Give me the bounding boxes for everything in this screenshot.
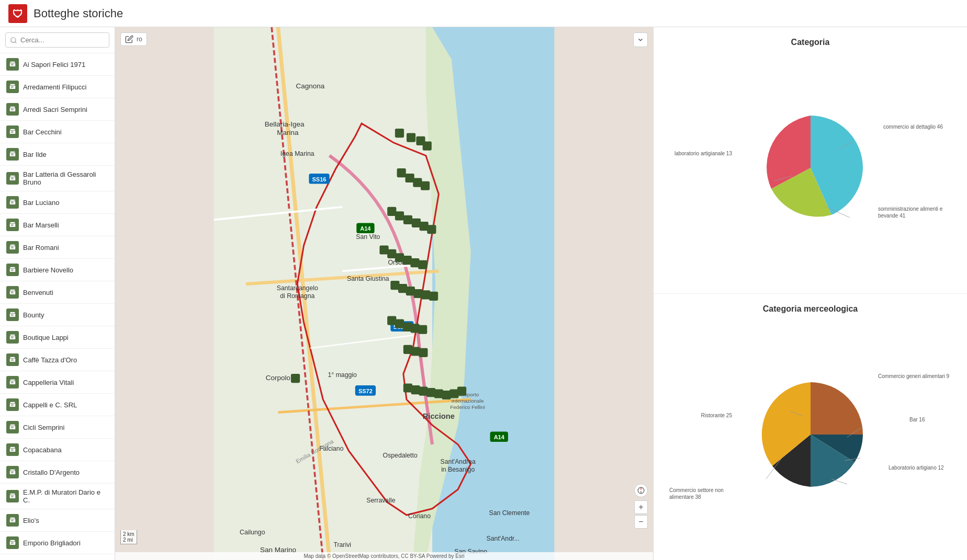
- list-item[interactable]: Bar Cecchini: [0, 121, 115, 143]
- svg-text:Bellaria-Igea: Bellaria-Igea: [265, 120, 305, 128]
- categoria-chart-title: Categoria: [664, 38, 957, 47]
- svg-rect-89: [434, 389, 443, 398]
- shop-icon: [6, 536, 19, 549]
- shop-label: Barbiere Novello: [23, 266, 73, 274]
- list-item[interactable]: Caffè Tazza d'Oro: [0, 349, 115, 371]
- categoria-chart-section: Categoria laboratorio artigianale 13 com…: [654, 27, 967, 294]
- list-item[interactable]: Barbiere Novello: [0, 259, 115, 281]
- list-item[interactable]: Bounty: [0, 304, 115, 326]
- list-item[interactable]: Bar Luciano: [0, 191, 115, 214]
- compass-button[interactable]: [634, 484, 648, 497]
- list-item[interactable]: Bar Latteria di Gessaroli Bruno: [0, 166, 115, 191]
- list-item[interactable]: Bar Marselli: [0, 214, 115, 236]
- shop-list: Ai Sapori Felici 1971Arredamenti Filipuc…: [0, 53, 115, 560]
- svg-line-102: [831, 479, 847, 484]
- svg-rect-79: [410, 324, 419, 333]
- list-item[interactable]: Arredi Sacri Semprini: [0, 98, 115, 121]
- zoom-in-button[interactable]: +: [634, 500, 648, 514]
- merceologica-pie-wrapper: Ristorante 25 Commercio generi alimentar…: [664, 361, 957, 508]
- list-item[interactable]: E.M.P. di Muratori Dario e C.: [0, 484, 115, 509]
- list-item[interactable]: Cristallo D'Argento: [0, 461, 115, 484]
- shop-icon: [6, 421, 19, 433]
- svg-text:Corpolo: Corpolo: [266, 374, 290, 382]
- svg-rect-64: [379, 245, 388, 254]
- merceologica-legend-laboratorio: Laboratorio artigiano 12: [889, 464, 951, 471]
- shop-label: E.M.P. di Muratori Dario e C.: [23, 488, 108, 504]
- search-container: [0, 27, 115, 53]
- svg-rect-80: [418, 325, 427, 334]
- shop-label: Arredamenti Filipucci: [23, 83, 86, 91]
- svg-rect-66: [395, 253, 404, 262]
- shop-label: Bar Marselli: [23, 221, 59, 229]
- svg-text:Cailungo: Cailungo: [240, 529, 265, 536]
- page-title: Botteghe storiche: [33, 7, 123, 20]
- list-item[interactable]: Cappelli e C. SRL: [0, 394, 115, 416]
- svg-rect-63: [427, 225, 436, 234]
- shop-icon: [6, 264, 19, 276]
- shop-icon: [6, 490, 19, 502]
- zoom-out-button[interactable]: −: [634, 515, 648, 529]
- categoria-chart-area: laboratorio artigianale 13 commercio al …: [664, 52, 957, 283]
- svg-text:Federico Fellini: Federico Fellini: [450, 404, 485, 410]
- list-item[interactable]: Copacabana: [0, 439, 115, 461]
- shop-label: Bar Latteria di Gessaroli Bruno: [23, 170, 108, 186]
- toolbar-label: ro: [137, 36, 142, 43]
- merceologica-legend-non-alimentare: Commercio settore non alimentare 38: [669, 487, 737, 500]
- svg-text:A14: A14: [494, 434, 505, 440]
- shop-label: Benvenuti: [23, 289, 53, 296]
- shop-icon: [6, 353, 19, 366]
- search-input[interactable]: [5, 32, 109, 48]
- shop-label: Bar Romani: [23, 244, 59, 252]
- shop-icon: [6, 196, 19, 209]
- merceologica-pie-svg: [750, 374, 871, 495]
- shop-icon: [6, 148, 19, 161]
- map-container[interactable]: SS16 SS258 SS72 A14 A14 Cagnona Bellaria…: [115, 27, 653, 560]
- shop-label: Emporio Brigliadori: [23, 539, 81, 547]
- list-item[interactable]: Bar Romani: [0, 236, 115, 259]
- app-header: 🛡 Botteghe storiche: [0, 0, 967, 27]
- shop-icon: [6, 125, 19, 138]
- map-scale: 2 km 2 mi: [120, 530, 137, 544]
- svg-rect-58: [387, 207, 396, 216]
- svg-rect-55: [406, 174, 414, 182]
- svg-rect-69: [418, 260, 427, 269]
- map-collapse-button[interactable]: [633, 32, 648, 47]
- list-item[interactable]: Bar Ilde: [0, 143, 115, 166]
- svg-rect-56: [413, 178, 422, 187]
- shop-label: Cappelleria Vitali: [23, 379, 74, 386]
- svg-rect-91: [449, 389, 458, 398]
- shop-icon: [6, 443, 19, 456]
- svg-text:di Romagna: di Romagna: [280, 292, 314, 300]
- svg-rect-65: [387, 249, 396, 258]
- list-item[interactable]: Elio's: [0, 509, 115, 532]
- list-item[interactable]: Cicli Semprini: [0, 416, 115, 439]
- main-layout: Ai Sapori Felici 1971Arredamenti Filipuc…: [0, 27, 967, 560]
- svg-rect-92: [457, 387, 466, 396]
- svg-text:Santa Giustina: Santa Giustina: [347, 275, 389, 282]
- svg-rect-51: [407, 133, 415, 142]
- svg-rect-76: [387, 316, 396, 325]
- svg-rect-84: [291, 374, 300, 383]
- list-item[interactable]: Cappelleria Vitali: [0, 371, 115, 394]
- shop-icon: [6, 308, 19, 321]
- svg-rect-72: [406, 287, 415, 295]
- list-item[interactable]: Emporio Brigliadori: [0, 532, 115, 554]
- svg-text:Internazionale: Internazionale: [452, 398, 484, 404]
- categoria-merceologica-chart-area: Ristorante 25 Commercio generi alimentar…: [664, 319, 957, 550]
- list-item[interactable]: Benvenuti: [0, 281, 115, 304]
- svg-rect-60: [403, 215, 412, 224]
- shop-label: Cappelli e C. SRL: [23, 401, 77, 409]
- categoria-legend-laboratorio: laboratorio artigianale 13: [669, 150, 732, 156]
- svg-rect-74: [421, 290, 430, 299]
- list-item[interactable]: Ai Sapori Felici 1971: [0, 53, 115, 76]
- svg-rect-53: [423, 142, 432, 151]
- list-item[interactable]: Arredamenti Filipucci: [0, 76, 115, 98]
- svg-text:Cagnona: Cagnona: [296, 82, 324, 90]
- shop-label: Elio's: [23, 517, 39, 524]
- list-item[interactable]: Boutique Lappi: [0, 326, 115, 349]
- svg-rect-82: [411, 347, 420, 356]
- svg-text:Trarivi: Trarivi: [333, 541, 351, 548]
- svg-rect-87: [419, 387, 428, 396]
- shop-label: Bar Luciano: [23, 199, 59, 207]
- svg-rect-90: [442, 391, 451, 399]
